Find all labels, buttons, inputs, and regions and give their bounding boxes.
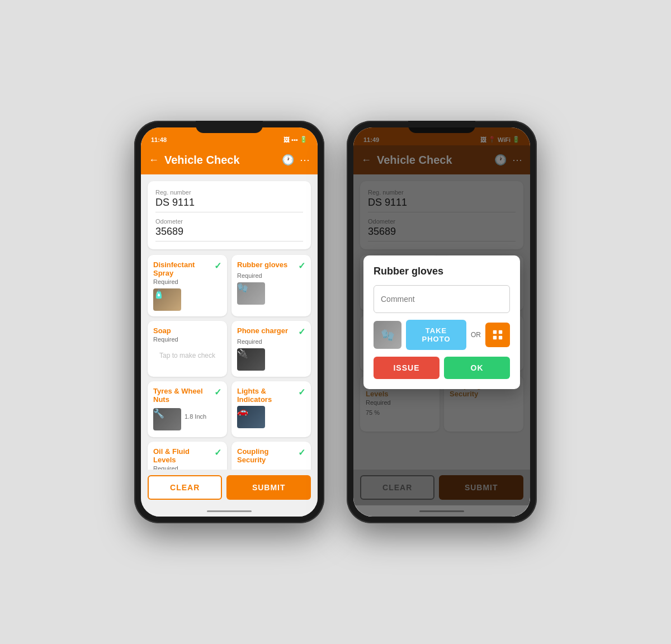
- bottom-buttons-1: CLEAR SUBMIT: [141, 470, 318, 505]
- thumb-icon-charger: 🔌: [237, 349, 248, 358]
- status-icons-1: 🖼 ▪▪▪ 🔋: [283, 136, 308, 143]
- thumb-icon-disinfectant: 🧴: [153, 289, 164, 299]
- check-mark-oil: ✓: [214, 447, 221, 458]
- phone-2: 11:49 🖼 📍 WiFi 🔋 ← Vehicle Check 🕐 ⋯ Reg…: [347, 121, 537, 523]
- thumb-icon-gloves: 🧤: [237, 283, 248, 292]
- issue-button[interactable]: ISSUE: [374, 357, 440, 379]
- take-photo-button[interactable]: TAKE PHOTO: [406, 320, 466, 350]
- ok-button[interactable]: OK: [444, 357, 510, 379]
- item-sub-gloves: Required: [237, 272, 305, 279]
- photo-icon: 🖼: [283, 136, 290, 143]
- item-tap-soap: Tap to make check: [153, 346, 221, 365]
- item-name-oil: Oil & Fluid Levels: [153, 447, 214, 464]
- item-phone-charger[interactable]: Phone charger ✓ Required 🔌: [231, 321, 311, 377]
- reg-field: Reg. number DS 9111: [155, 189, 303, 212]
- app-bar-1: ← Vehicle Check 🕐 ⋯: [141, 145, 318, 174]
- check-mark-tyres: ✓: [214, 387, 221, 397]
- item-sub-oil: Required: [153, 465, 221, 470]
- check-mark-gloves: ✓: [298, 261, 305, 271]
- screen-2: 11:49 🖼 📍 WiFi 🔋 ← Vehicle Check 🕐 ⋯ Reg…: [353, 127, 530, 517]
- thumb-charger: 🔌: [237, 348, 265, 371]
- item-name-tyres: Tyres & Wheel Nuts: [153, 387, 214, 404]
- modal-action-row: ISSUE OK: [374, 357, 510, 379]
- thumb-lights: 🚗: [237, 406, 265, 428]
- phone-1: 11:48 🖼 ▪▪▪ 🔋 ← Vehicle Check 🕐 ⋯ Reg. n…: [134, 121, 324, 523]
- item-sub-soap: Required: [153, 336, 221, 343]
- item-sub-disinfectant: Required: [153, 278, 221, 285]
- modal-thumb-icon: 🧤: [381, 328, 395, 342]
- item-soap[interactable]: Soap Required Tap to make check: [148, 321, 227, 377]
- odometer-field: Odometer 35689: [155, 218, 303, 242]
- modal-box: Rubber gloves 🧤 TAKE PHOTO OR: [363, 255, 520, 389]
- modal-photo-row: 🧤 TAKE PHOTO OR: [374, 320, 510, 350]
- modal-title: Rubber gloves: [374, 266, 510, 277]
- signal-icon: ▪▪▪: [291, 136, 298, 143]
- submit-button-1[interactable]: SUBMIT: [226, 475, 311, 500]
- item-rubber-gloves[interactable]: Rubber gloves ✓ Required 🧤: [231, 255, 311, 316]
- thumb-tyres: 🔧: [153, 408, 181, 430]
- home-bar-1: [207, 510, 252, 512]
- item-sub-charger: Required: [237, 338, 305, 345]
- gallery-button[interactable]: [485, 323, 510, 347]
- notch-1: [196, 121, 263, 133]
- modal-overlay: Rubber gloves 🧤 TAKE PHOTO OR: [353, 127, 530, 517]
- svg-rect-2: [493, 335, 497, 339]
- home-indicator-1: [141, 505, 318, 517]
- thumb-icon-lights: 🚗: [237, 406, 248, 416]
- item-extra-tyres: 1.8 Inch: [185, 413, 206, 420]
- item-oil[interactable]: Oil & Fluid Levels ✓ Required 75 %: [148, 442, 227, 470]
- item-name-lights: Lights & Indicators: [237, 387, 298, 404]
- clear-button-1[interactable]: CLEAR: [148, 475, 222, 500]
- history-icon-1[interactable]: 🕐: [282, 154, 294, 166]
- odo-label: Odometer: [155, 218, 303, 225]
- form-card-1: Reg. number DS 9111 Odometer 35689: [148, 181, 311, 249]
- check-mark-disinfectant: ✓: [214, 261, 221, 271]
- battery-icon: 🔋: [300, 136, 308, 143]
- thumb-icon-tyres: 🔧: [153, 409, 164, 418]
- more-icon-1[interactable]: ⋯: [300, 154, 310, 166]
- content-1: Reg. number DS 9111 Odometer 35689 Disin…: [141, 174, 318, 470]
- app-title-1: Vehicle Check: [164, 154, 276, 167]
- check-mark-lights: ✓: [298, 387, 305, 397]
- item-name-charger: Phone charger: [237, 326, 298, 335]
- svg-rect-3: [499, 335, 502, 339]
- svg-rect-1: [499, 330, 502, 333]
- item-lights[interactable]: Lights & Indicators ✓ 🚗: [231, 381, 311, 437]
- gallery-icon: [492, 329, 504, 341]
- modal-thumb: 🧤: [374, 321, 401, 349]
- item-name-gloves: Rubber gloves: [237, 261, 298, 269]
- thumb-gloves: 🧤: [237, 282, 265, 305]
- svg-rect-0: [493, 330, 497, 333]
- modal-comment-input[interactable]: [374, 285, 510, 313]
- item-tyres[interactable]: Tyres & Wheel Nuts ✓ 🔧 1.8 Inch: [148, 381, 227, 437]
- reg-label: Reg. number: [155, 189, 303, 196]
- items-grid-1: Disinfectant Spray ✓ Required 🧴 Rubber g…: [148, 255, 311, 470]
- check-mark-charger: ✓: [298, 326, 305, 337]
- screen-1: 11:48 🖼 ▪▪▪ 🔋 ← Vehicle Check 🕐 ⋯ Reg. n…: [141, 127, 318, 517]
- check-mark-coupling: ✓: [298, 447, 305, 458]
- back-icon-1[interactable]: ←: [149, 154, 159, 166]
- item-name-coupling: Coupling Security: [237, 447, 298, 464]
- item-name-disinfectant: Disinfectant Spray: [153, 261, 214, 277]
- item-disinfectant[interactable]: Disinfectant Spray ✓ Required 🧴: [148, 255, 227, 316]
- item-coupling[interactable]: Coupling Security ✓: [231, 442, 311, 470]
- odo-value[interactable]: 35689: [155, 226, 303, 242]
- reg-value[interactable]: DS 9111: [155, 197, 303, 212]
- thumb-disinfectant: 🧴: [153, 288, 181, 311]
- status-time-1: 11:48: [151, 136, 167, 143]
- item-name-soap: Soap: [153, 326, 221, 335]
- or-label: OR: [471, 331, 481, 339]
